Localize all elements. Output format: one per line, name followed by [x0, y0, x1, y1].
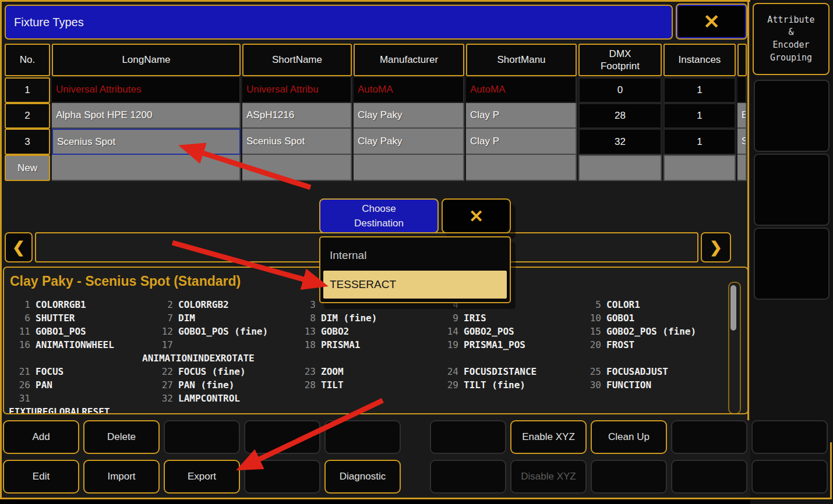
- side-panel-box: [754, 154, 830, 226]
- cell-dmx-footprint[interactable]: [578, 155, 662, 181]
- edit-button[interactable]: Edit: [3, 460, 79, 494]
- cell-manufacturer[interactable]: [354, 155, 464, 181]
- clean-up-button[interactable]: Clean Up: [591, 420, 667, 454]
- cell-longname[interactable]: Universal Attributes: [52, 77, 241, 103]
- column-header-sliver: [737, 44, 747, 76]
- channel-item: 1COLORRGB1: [13, 298, 156, 311]
- channel-number: 3: [298, 298, 316, 311]
- button-label: Export: [188, 471, 216, 482]
- empty-button: [244, 460, 320, 494]
- channel-item: 28TILT: [298, 378, 441, 392]
- cell-shortname[interactable]: Universal Attribu: [242, 77, 352, 103]
- channel-item: 13GOBO2: [298, 325, 441, 338]
- cell-shortname[interactable]: Scenius Spot: [242, 129, 352, 155]
- cell-shortmanu[interactable]: Clay P: [466, 103, 577, 129]
- channel-name: DIM (fine): [321, 311, 377, 325]
- cell-instances[interactable]: 1: [663, 77, 736, 103]
- cell-instances[interactable]: [663, 155, 736, 181]
- channel-name: SHUTTER: [36, 311, 75, 325]
- channel-name: FOCUS: [36, 365, 63, 378]
- close-icon: ✕: [703, 10, 720, 33]
- empty-button: [324, 420, 401, 454]
- vertical-scrollbar-track[interactable]: [728, 282, 741, 414]
- cell-no-new[interactable]: New: [5, 155, 50, 181]
- cell-no[interactable]: 2: [5, 103, 50, 129]
- empty-button: [751, 460, 828, 494]
- cell-sliver: S: [737, 129, 747, 155]
- button-label: Enable XYZ: [522, 431, 575, 443]
- cell-sliver: [737, 155, 747, 181]
- disable-xyz-button: Disable XYZ: [510, 460, 587, 494]
- cell-shortname[interactable]: [242, 155, 352, 181]
- column-header-longname[interactable]: LongName: [52, 44, 241, 76]
- channel-name-wrapped: FIXTUREGLOBALRESET: [9, 405, 729, 414]
- cell-shortmanu[interactable]: Clay P: [466, 129, 577, 155]
- cell-dmx-footprint[interactable]: 0: [578, 77, 662, 103]
- column-header-no[interactable]: No.: [5, 44, 50, 76]
- cell-dmx-footprint[interactable]: 28: [578, 103, 662, 129]
- cell-shortmanu[interactable]: [466, 155, 577, 181]
- scroll-right-button[interactable]: ❯: [701, 232, 731, 262]
- channel-item: 30FUNCTION: [584, 378, 726, 392]
- bottom-button-grid: AddDeleteEnable XYZClean Up EditImportEx…: [3, 420, 832, 499]
- choose-destination-title[interactable]: Choose Destination: [319, 198, 439, 233]
- channel-name: GOBO1: [606, 311, 634, 325]
- close-window-button[interactable]: ✕: [676, 3, 747, 40]
- popup-close-button[interactable]: ✕: [442, 198, 511, 233]
- channel-number: 27: [156, 378, 173, 392]
- column-header-manufacturer[interactable]: Manufacturer: [354, 44, 464, 76]
- channel-number: 1: [13, 298, 30, 311]
- cell-shortname[interactable]: ASpH1216: [242, 103, 352, 129]
- channel-item: 12GOBO1_POS (fine): [156, 325, 298, 338]
- cell-shortmanu[interactable]: AutoMA: [466, 77, 577, 103]
- channel-number: 16: [13, 338, 30, 352]
- table-header-row: No. LongName ShortName Manufacturer Shor…: [0, 44, 750, 76]
- channel-item: 23ZOOM: [298, 365, 441, 378]
- channel-name: IRIS: [464, 311, 486, 325]
- channel-line: 3132LAMPCONTROL: [13, 392, 729, 405]
- detail-heading: Clay Paky - Scenius Spot (Standard): [10, 274, 241, 289]
- cell-longname[interactable]: Alpha Spot HPE 1200: [52, 103, 241, 129]
- channel-number: 8: [298, 311, 316, 325]
- diagnostic-button[interactable]: Diagnostic: [324, 460, 401, 494]
- channel-number: 2: [156, 298, 173, 311]
- cell-instances[interactable]: 1: [663, 103, 736, 129]
- column-header-dmx-footprint[interactable]: DMX Footprint: [578, 44, 662, 76]
- option-internal[interactable]: Internal: [323, 242, 507, 269]
- channel-name: GOBO1_POS (fine): [178, 325, 268, 338]
- side-panel-box: [754, 80, 830, 152]
- cell-manufacturer[interactable]: AutoMA: [354, 77, 464, 103]
- channel-number: 18: [298, 338, 316, 352]
- empty-button: [164, 420, 240, 454]
- option-tesseract[interactable]: TESSERACT: [323, 271, 507, 299]
- enable-xyz-button[interactable]: Enable XYZ: [510, 420, 587, 454]
- fixture-row-2: 2 Alpha Spot HPE 1200 ASpH1216 Clay Paky…: [0, 103, 750, 129]
- scroll-left-button[interactable]: ❮: [5, 232, 33, 262]
- channel-number: 29: [441, 378, 458, 392]
- import-button[interactable]: Import: [83, 460, 160, 494]
- cell-no[interactable]: 3: [5, 129, 50, 155]
- column-header-shortname[interactable]: ShortName: [242, 44, 352, 76]
- cell-longname[interactable]: [52, 155, 241, 181]
- window-title-bar[interactable]: Fixture Types: [5, 5, 673, 40]
- cell-manufacturer[interactable]: Clay Paky: [354, 103, 464, 129]
- cell-instances[interactable]: 1: [663, 129, 736, 155]
- delete-button[interactable]: Delete: [83, 420, 160, 454]
- channel-item: 20FROST: [584, 338, 726, 352]
- channel-item: 9IRIS: [441, 311, 584, 325]
- cell-manufacturer[interactable]: Clay Paky: [354, 129, 464, 155]
- cell-no[interactable]: 1: [5, 77, 50, 103]
- channel-number: 13: [298, 325, 316, 338]
- channel-name: FOCUSDISTANCE: [464, 365, 536, 378]
- add-button[interactable]: Add: [3, 420, 79, 454]
- export-button[interactable]: Export: [164, 460, 240, 494]
- channel-item: 15GOBO2_POS (fine): [584, 325, 726, 338]
- column-header-shortmanu[interactable]: ShortManu: [466, 44, 577, 76]
- attribute-encoder-grouping-button[interactable]: Attribute & Encoder Grouping: [753, 3, 830, 75]
- cell-longname-selected[interactable]: Scenius Spot: [52, 129, 241, 155]
- cell-dmx-footprint[interactable]: 32: [578, 129, 662, 155]
- column-header-instances[interactable]: Instances: [663, 44, 736, 76]
- vertical-scrollbar-thumb[interactable]: [730, 285, 736, 331]
- channel-number: 15: [584, 325, 601, 338]
- channel-number: 20: [584, 338, 601, 352]
